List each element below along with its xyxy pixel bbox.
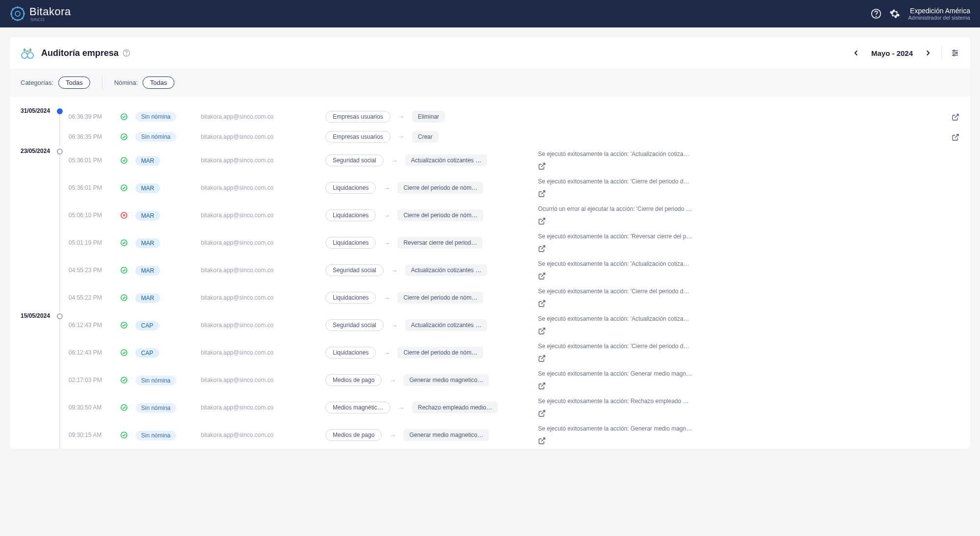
message-col: Se ejecutó exitosamente la acción: 'Cier…: [518, 343, 959, 362]
success-icon: [120, 349, 128, 357]
open-icon[interactable]: [538, 217, 546, 225]
event-time: 06:12:43 PM: [69, 349, 113, 356]
divider: [941, 46, 942, 60]
arrow-icon: →: [383, 349, 391, 357]
svg-rect-14: [24, 49, 25, 51]
event-user: bitakora.app@sinco.com.co: [201, 349, 299, 356]
svg-line-40: [541, 273, 545, 277]
svg-line-52: [541, 438, 545, 441]
svg-line-36: [541, 218, 545, 222]
action-chip: Actualización cotizantes …: [405, 319, 487, 331]
svg-point-18: [126, 55, 127, 55]
arrow-icon: →: [391, 157, 398, 164]
svg-line-30: [541, 163, 545, 167]
svg-point-23: [956, 52, 957, 54]
filter-cat-pill[interactable]: Todas: [58, 77, 90, 89]
success-icon: [120, 239, 128, 247]
event-user: bitakora.app@sinco.com.co: [201, 239, 299, 246]
main-card: Auditoría empresa Mayo - 2024 Categorías…: [10, 37, 970, 449]
sliders-icon[interactable]: [951, 49, 959, 57]
open-icon[interactable]: [952, 113, 959, 121]
payroll-chip: MAR: [135, 211, 160, 221]
filters-bar: Categorías: Todas Nómina: Todas: [10, 69, 970, 97]
day-date: 23/05/2024: [21, 147, 56, 311]
chevron-left-icon[interactable]: [852, 49, 860, 57]
message-col: [518, 130, 959, 143]
event-user: bitakora.app@sinco.com.co: [201, 294, 299, 301]
success-icon: [120, 431, 128, 439]
svg-point-13: [27, 52, 33, 58]
svg-line-50: [541, 410, 545, 414]
open-icon[interactable]: [538, 272, 546, 280]
arrow-icon: →: [391, 267, 398, 274]
action-chip: Cierre del periodo de nóm…: [397, 209, 483, 221]
filter-nom-pill[interactable]: Todas: [143, 77, 174, 89]
category-chip: Empresas usuarios: [325, 111, 391, 123]
event-message: Ocurrió un error al ejecutar la acción: …: [538, 205, 959, 212]
open-icon[interactable]: [538, 382, 546, 390]
event-user: bitakora.app@sinco.com.co: [201, 212, 299, 219]
svg-point-11: [876, 16, 877, 17]
svg-line-26: [955, 114, 958, 118]
open-icon[interactable]: [538, 190, 546, 198]
event-user: bitakora.app@sinco.com.co: [201, 157, 299, 164]
svg-line-46: [541, 356, 545, 359]
day-marker-icon: [57, 108, 63, 114]
event-message: Se ejecutó exitosamente la acción: 'Cier…: [538, 343, 959, 350]
events-list: 05:36:01 PMMARbitakora.app@sinco.com.coS…: [69, 147, 959, 311]
event-message: Se ejecutó exitosamente la acción: 'Reve…: [538, 233, 959, 240]
chevron-right-icon[interactable]: [924, 49, 932, 57]
event-row: 06:12:43 PMCAPbitakora.app@sinco.com.coL…: [69, 339, 959, 366]
success-icon: [120, 156, 128, 164]
event-user: bitakora.app@sinco.com.co: [201, 113, 299, 120]
user-info[interactable]: Expedición América Administrador del sis…: [908, 7, 970, 21]
svg-point-12: [22, 52, 27, 58]
event-time: 06:36:35 PM: [69, 133, 113, 140]
event-user: bitakora.app@sinco.com.co: [201, 377, 299, 383]
payroll-chip: MAR: [135, 266, 160, 276]
open-icon[interactable]: [538, 162, 546, 170]
message-col: Se ejecutó exitosamente la acción: 'Actu…: [518, 315, 959, 335]
hint-icon[interactable]: [122, 49, 130, 57]
event-row: 04:55:23 PMMARbitakora.app@sinco.com.coS…: [69, 256, 959, 284]
payroll-chip: MAR: [135, 183, 160, 193]
help-icon[interactable]: [871, 8, 882, 19]
arrow-icon: →: [383, 294, 391, 302]
message-col: Se ejecutó exitosamente la acción: 'Reve…: [518, 233, 959, 253]
arrow-icon: →: [397, 133, 405, 140]
user-name: Expedición América: [908, 7, 970, 15]
event-row: 09:30:50 AMSin nóminabitakora.app@sinco.…: [69, 394, 959, 421]
event-time: 09:30:15 AM: [69, 432, 113, 438]
event-time: 09:30:50 AM: [69, 404, 113, 411]
open-icon[interactable]: [538, 300, 546, 307]
message-col: Ocurrió un error al ejecutar la acción: …: [518, 205, 959, 225]
open-icon[interactable]: [538, 327, 546, 335]
event-row: 05:36:01 PMMARbitakora.app@sinco.com.coL…: [69, 174, 959, 202]
timeline: 31/05/202406:36:39 PMSin nóminabitakora.…: [10, 97, 970, 449]
gear-icon[interactable]: [889, 8, 900, 19]
event-user: bitakora.app@sinco.com.co: [201, 267, 299, 274]
category-chip: Medios de pago: [325, 374, 382, 386]
day-date: 31/05/2024: [21, 106, 56, 147]
wheel-icon: [10, 6, 25, 22]
open-icon[interactable]: [538, 437, 546, 445]
event-row: 05:01:19 PMMARbitakora.app@sinco.com.coL…: [69, 229, 959, 256]
open-icon[interactable]: [952, 133, 959, 141]
filter-cat-label: Categorías:: [21, 79, 53, 86]
success-icon: [120, 184, 128, 192]
open-icon[interactable]: [538, 245, 546, 253]
month-label[interactable]: Mayo - 2024: [866, 49, 918, 57]
svg-line-32: [541, 191, 545, 194]
message-col: Se ejecutó exitosamente la acción: Gener…: [518, 370, 959, 390]
success-icon: [120, 376, 128, 384]
arrow-icon: →: [383, 184, 391, 192]
success-icon: [120, 113, 128, 121]
logo[interactable]: Bitakora SINCO: [10, 5, 71, 22]
open-icon[interactable]: [538, 355, 546, 362]
app-name: Bitakora: [29, 5, 71, 18]
open-icon[interactable]: [538, 409, 546, 417]
event-row: 06:12:43 PMCAPbitakora.app@sinco.com.coS…: [69, 311, 959, 339]
svg-line-38: [541, 246, 545, 249]
timeline-line: [59, 154, 60, 311]
day-block: 23/05/202405:36:01 PMMARbitakora.app@sin…: [21, 147, 959, 311]
